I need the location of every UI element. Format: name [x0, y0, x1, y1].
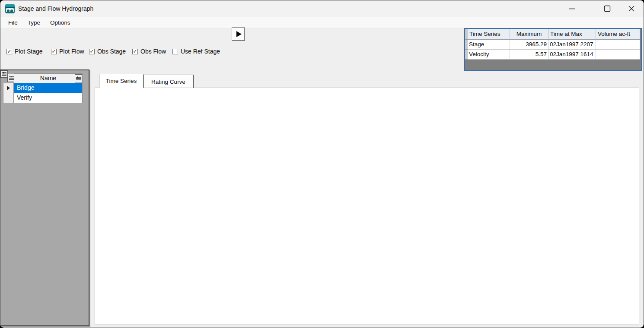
ref-points-panel: Name Bridge Verify: [0, 69, 89, 326]
col-header-maximum: Maximum: [510, 29, 548, 40]
menu-file[interactable]: File: [4, 18, 22, 27]
col-header-time-at-max: Time at Max: [548, 29, 596, 40]
cell-stage-time: 02Jan1997 2207: [548, 40, 596, 50]
column-adjust-icon[interactable]: [75, 74, 82, 82]
minimize-button[interactable]: [562, 0, 582, 17]
cell-velocity-maximum: 5.57: [510, 50, 548, 60]
close-icon: [628, 5, 635, 12]
app-icon: [5, 4, 15, 13]
checkbox-icon[interactable]: ✓: [89, 49, 95, 54]
plot-stage-checkbox[interactable]: ✓ Plot Stage: [6, 47, 43, 55]
checkbox-icon[interactable]: ✓: [132, 49, 138, 54]
plot-content-panel: [95, 88, 639, 325]
ref-point-row-bridge[interactable]: Bridge: [14, 83, 83, 93]
checkbox-icon[interactable]: ✓: [6, 49, 12, 54]
stage-flow-hydrograph-window: Stage and Flow Hydrograph File Type Opti…: [0, 0, 644, 328]
checkbox-icon[interactable]: [172, 49, 178, 54]
tab-rating-curve[interactable]: Rating Curve: [143, 75, 194, 88]
cell-stage-volume: [596, 40, 640, 50]
window-title: Stage and Flow Hydrograph: [18, 0, 93, 17]
use-ref-stage-checkbox[interactable]: Use Ref Stage: [172, 47, 220, 55]
menu-bar: File Type Options: [0, 17, 644, 29]
play-icon: [236, 31, 242, 37]
tab-time-series[interactable]: Time Series: [99, 74, 143, 88]
maximize-button[interactable]: [597, 0, 617, 17]
cell-velocity-name: Velocity: [468, 50, 510, 60]
menu-type[interactable]: Type: [23, 18, 45, 27]
menu-options[interactable]: Options: [46, 18, 75, 27]
name-column-header[interactable]: Name: [14, 73, 83, 83]
ref-point-row-verify[interactable]: Verify: [14, 93, 83, 103]
row-selector[interactable]: [3, 93, 14, 103]
obs-flow-checkbox[interactable]: ✓ Obs Flow: [132, 47, 166, 55]
col-header-time-series: Time Series: [468, 29, 510, 40]
column-adjust-icon[interactable]: [0, 70, 8, 78]
cell-velocity-time: 02Jan1997 1614: [548, 50, 596, 60]
maximize-icon: [604, 5, 611, 12]
checkbox-icon[interactable]: ✓: [51, 49, 57, 54]
row-selector[interactable]: [3, 83, 14, 93]
plot-flow-checkbox[interactable]: ✓ Plot Flow: [51, 47, 84, 55]
cell-velocity-volume: [596, 50, 640, 60]
animation-play-button[interactable]: [232, 27, 245, 41]
cell-stage-maximum: 3965.29: [510, 40, 548, 50]
minimize-icon: [569, 5, 576, 12]
close-button[interactable]: [622, 0, 641, 17]
maximum-summary-table: Time Series Maximum Time at Max Volume a…: [464, 28, 642, 71]
cell-stage-name: Stage: [468, 40, 510, 50]
col-header-volume: Volume ac-ft: [596, 29, 640, 40]
title-bar[interactable]: Stage and Flow Hydrograph: [0, 0, 644, 17]
obs-stage-checkbox[interactable]: ✓ Obs Stage: [89, 47, 126, 55]
current-row-arrow-icon: [7, 86, 10, 90]
